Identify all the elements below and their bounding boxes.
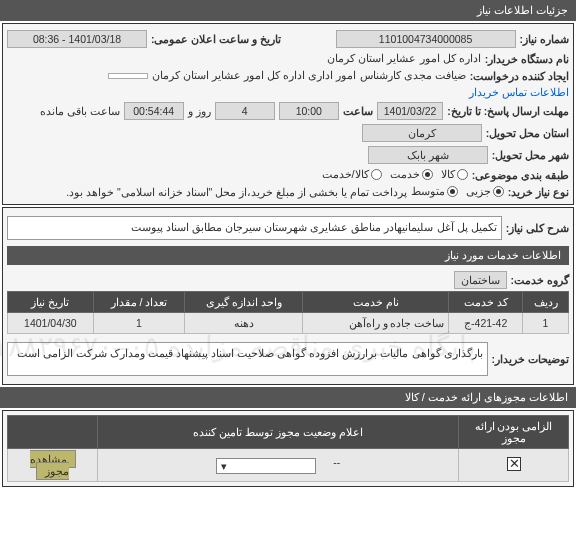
- group-value: ساختمان: [454, 271, 507, 289]
- creator-label: ایجاد کننده درخواست:: [470, 70, 569, 82]
- td-action: مشاهده مجوز: [8, 449, 98, 482]
- td-declare: -- ▾: [98, 449, 459, 482]
- payment-note: پرداخت تمام یا بخشی از مبلغ خرید،از محل …: [66, 186, 406, 198]
- permits-box: الزامی بودن ارائه مجوز اعلام وضعیت مجوز …: [2, 410, 574, 487]
- table-row: 1 421-42-ج ساخت جاده و راه‌آهن دهنه 1 14…: [8, 313, 569, 334]
- radio-medium-label: متوسط: [411, 185, 445, 198]
- page-header: جزئیات اطلاعات نیاز: [0, 0, 576, 21]
- services-table: ردیف کد خدمت نام خدمت واحد اندازه گیری ت…: [7, 291, 569, 334]
- desc-title-text: تکمیل پل آغل سلیمانیهادر مناطق عشایری شه…: [7, 216, 502, 240]
- radio-medium[interactable]: [447, 186, 458, 197]
- buyer-org: اداره کل امور عشایر استان کرمان: [327, 52, 480, 65]
- time-label: ساعت: [343, 105, 373, 117]
- td-qty: 1: [93, 313, 185, 334]
- th-unit: واحد اندازه گیری: [185, 292, 303, 313]
- th-empty: [8, 416, 98, 449]
- services-header: اطلاعات خدمات مورد نیاز: [7, 246, 569, 265]
- announce-field: 1401/03/18 - 08:36: [7, 30, 147, 48]
- th-code: کد خدمت: [449, 292, 523, 313]
- radio-minor[interactable]: [493, 186, 504, 197]
- permits-table: الزامی بودن ارائه مجوز اعلام وضعیت مجوز …: [7, 415, 569, 482]
- radio-service[interactable]: [422, 169, 433, 180]
- contact-spacer: [108, 73, 148, 79]
- view-permit-button[interactable]: مشاهده مجوز: [30, 450, 76, 480]
- td-row: 1: [523, 313, 569, 334]
- delivery-prov-label: استان محل تحویل:: [486, 127, 569, 139]
- need-no-label: شماره نیاز:: [520, 33, 569, 45]
- th-date: تاریخ نیاز: [8, 292, 94, 313]
- need-no-field: 1101004734000085: [336, 30, 516, 48]
- td-code: 421-42-ج: [449, 313, 523, 334]
- th-name: نام خدمت: [303, 292, 449, 313]
- days-field: 4: [215, 102, 275, 120]
- deadline-label: مهلت ارسال پاسخ: تا تاریخ:: [447, 105, 569, 117]
- need-type-label: نوع نیاز خرید:: [508, 186, 569, 198]
- td-mandatory: [459, 449, 569, 482]
- declare-dash: --: [333, 456, 340, 468]
- permit-row: -- ▾ مشاهده مجوز: [8, 449, 569, 482]
- subject-class-label: طبقه بندی موضوعی:: [472, 169, 569, 181]
- buyer-notes-text: بارگذاری گواهی مالیات برارزش افزوده گواه…: [7, 342, 488, 376]
- radio-service-label: خدمت: [390, 168, 420, 181]
- announce-label: تاریخ و ساعت اعلان عمومی:: [151, 33, 281, 45]
- radio-both[interactable]: [371, 169, 382, 180]
- permits-header: اطلاعات مجوزهای ارائه خدمت / کالا: [0, 387, 576, 408]
- creator: ضیافت مجدی کارشناس امور اداری اداره کل ا…: [152, 69, 466, 82]
- mandatory-checkbox[interactable]: [507, 457, 521, 471]
- buyer-org-label: نام دستگاه خریدار:: [485, 53, 569, 65]
- delivery-city: شهر بابک: [368, 146, 488, 164]
- remaining-label: ساعت باقی مانده: [40, 105, 120, 118]
- remaining-field: 00:54:44: [124, 102, 184, 120]
- td-unit: دهنه: [185, 313, 303, 334]
- need-info-box: شماره نیاز: 1101004734000085 تاریخ و ساع…: [2, 23, 574, 205]
- radio-minor-label: جزیی: [466, 185, 491, 198]
- buyer-contact-link[interactable]: اطلاعات تماس خریدار: [469, 86, 569, 98]
- th-mandatory: الزامی بودن ارائه مجوز: [459, 416, 569, 449]
- status-select[interactable]: ▾: [216, 458, 316, 474]
- radio-both-label: کالا/خدمت: [322, 168, 369, 181]
- radio-goods[interactable]: [457, 169, 468, 180]
- subject-class-group: کالا خدمت کالا/خدمت: [322, 168, 468, 181]
- deadline-date: 1401/03/22: [377, 102, 444, 120]
- deadline-time: 10:00: [279, 102, 339, 120]
- td-name: ساخت جاده و راه‌آهن: [303, 313, 449, 334]
- chevron-down-icon: ▾: [221, 460, 227, 472]
- delivery-prov: کرمان: [362, 124, 482, 142]
- group-label: گروه خدمت:: [511, 274, 569, 286]
- th-qty: تعداد / مقدار: [93, 292, 185, 313]
- description-box: شرح کلی نیاز: تکمیل پل آغل سلیمانیهادر م…: [2, 207, 574, 385]
- delivery-city-label: شهر محل تحویل:: [492, 149, 569, 161]
- need-type-group: جزیی متوسط: [411, 185, 504, 198]
- td-date: 1401/04/30: [8, 313, 94, 334]
- buyer-notes-label: توضیحات خریدار:: [492, 353, 569, 365]
- radio-goods-label: کالا: [441, 168, 455, 181]
- desc-title-label: شرح کلی نیاز:: [506, 222, 569, 234]
- th-declare: اعلام وضعیت مجوز توسط تامین کننده: [98, 416, 459, 449]
- days-label: روز و: [188, 105, 211, 118]
- th-row: ردیف: [523, 292, 569, 313]
